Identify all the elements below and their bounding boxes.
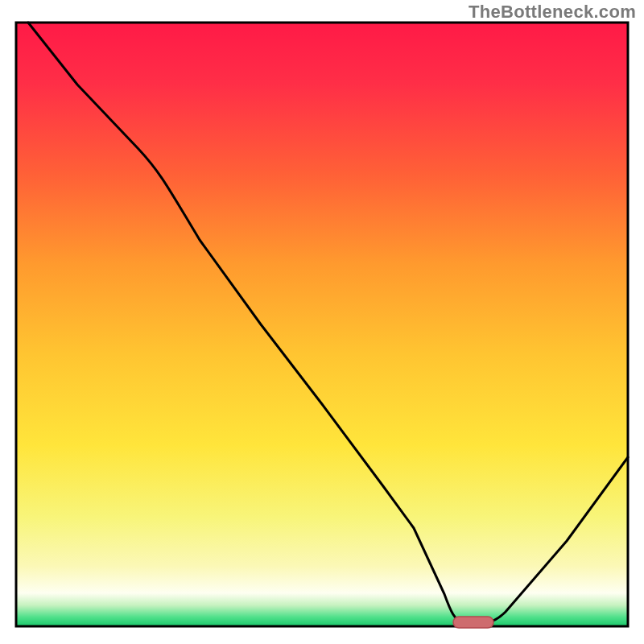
watermark-text: TheBottleneck.com: [469, 2, 636, 23]
optimum-marker: [453, 617, 493, 628]
plot-area: [16, 23, 628, 628]
svg-rect-0: [16, 23, 628, 626]
bottleneck-chart: [0, 0, 644, 644]
